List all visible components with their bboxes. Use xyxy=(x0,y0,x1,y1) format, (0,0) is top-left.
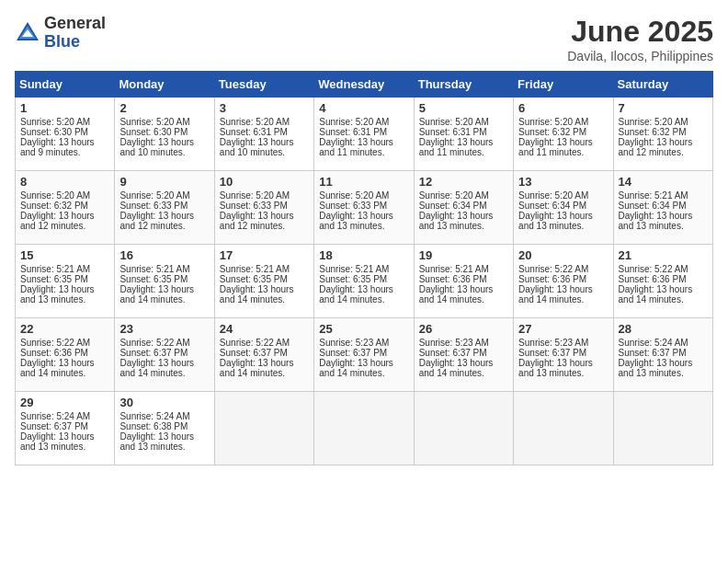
sunrise-label: Sunrise: 5:21 AM xyxy=(20,264,90,274)
day-number: 8 xyxy=(20,175,109,189)
daylight-label: Daylight: 13 hours and 14 minutes. xyxy=(619,284,693,304)
day-number: 4 xyxy=(319,101,408,115)
col-header-thursday: Thursday xyxy=(414,72,513,98)
day-cell-4: 4 Sunrise: 5:20 AM Sunset: 6:31 PM Dayli… xyxy=(314,98,414,171)
sunrise-label: Sunrise: 5:20 AM xyxy=(20,190,90,201)
empty-cell xyxy=(613,392,712,465)
empty-cell xyxy=(314,392,414,465)
sunset-label: Sunset: 6:37 PM xyxy=(20,421,88,431)
day-number: 9 xyxy=(119,175,209,189)
day-number: 7 xyxy=(619,101,708,115)
daylight-label: Daylight: 13 hours and 9 minutes. xyxy=(20,137,95,157)
col-header-tuesday: Tuesday xyxy=(214,72,313,98)
sunrise-label: Sunrise: 5:20 AM xyxy=(119,190,189,201)
daylight-label: Daylight: 13 hours and 10 minutes. xyxy=(119,137,194,157)
sunrise-label: Sunrise: 5:20 AM xyxy=(518,190,588,201)
col-header-monday: Monday xyxy=(115,72,214,98)
page-header: General Blue June 2025 Davila, Ilocos, P… xyxy=(15,15,713,63)
daylight-label: Daylight: 13 hours and 13 minutes. xyxy=(20,431,95,452)
day-number: 13 xyxy=(518,175,608,189)
sunrise-label: Sunrise: 5:20 AM xyxy=(220,117,290,127)
sunrise-label: Sunrise: 5:23 AM xyxy=(518,338,588,348)
day-cell-26: 26 Sunrise: 5:23 AM Sunset: 6:37 PM Dayl… xyxy=(414,318,513,392)
header-row: SundayMondayTuesdayWednesdayThursdayFrid… xyxy=(16,72,713,98)
sunset-label: Sunset: 6:32 PM xyxy=(518,127,586,137)
daylight-label: Daylight: 13 hours and 12 minutes. xyxy=(20,211,95,231)
sunset-label: Sunset: 6:37 PM xyxy=(319,348,387,358)
daylight-label: Daylight: 13 hours and 13 minutes. xyxy=(619,358,693,378)
sunrise-label: Sunrise: 5:23 AM xyxy=(319,338,389,348)
month-title: June 2025 xyxy=(567,15,713,49)
week-row-4: 22 Sunrise: 5:22 AM Sunset: 6:36 PM Dayl… xyxy=(16,318,713,392)
calendar-table: SundayMondayTuesdayWednesdayThursdayFrid… xyxy=(15,71,713,465)
sunset-label: Sunset: 6:30 PM xyxy=(119,127,188,137)
day-number: 27 xyxy=(518,322,608,336)
sunrise-label: Sunrise: 5:20 AM xyxy=(220,190,290,201)
day-cell-19: 19 Sunrise: 5:21 AM Sunset: 6:36 PM Dayl… xyxy=(414,245,513,318)
sunset-label: Sunset: 6:34 PM xyxy=(518,201,586,211)
empty-cell xyxy=(514,392,613,465)
sunset-label: Sunset: 6:37 PM xyxy=(119,348,188,358)
daylight-label: Daylight: 13 hours and 11 minutes. xyxy=(319,137,393,157)
empty-cell xyxy=(414,392,513,465)
col-header-wednesday: Wednesday xyxy=(314,72,414,98)
sunrise-label: Sunrise: 5:21 AM xyxy=(319,264,389,274)
day-number: 25 xyxy=(319,322,408,336)
day-cell-18: 18 Sunrise: 5:21 AM Sunset: 6:35 PM Dayl… xyxy=(314,245,414,318)
sunset-label: Sunset: 6:37 PM xyxy=(419,348,487,358)
sunset-label: Sunset: 6:33 PM xyxy=(119,201,188,211)
sunrise-label: Sunrise: 5:22 AM xyxy=(119,338,189,348)
day-number: 6 xyxy=(518,101,608,115)
sunset-label: Sunset: 6:36 PM xyxy=(20,348,88,358)
sunset-label: Sunset: 6:36 PM xyxy=(619,274,687,284)
day-cell-6: 6 Sunrise: 5:20 AM Sunset: 6:32 PM Dayli… xyxy=(514,98,613,171)
day-cell-11: 11 Sunrise: 5:20 AM Sunset: 6:33 PM Dayl… xyxy=(314,171,414,245)
day-cell-3: 3 Sunrise: 5:20 AM Sunset: 6:31 PM Dayli… xyxy=(214,98,313,171)
day-cell-14: 14 Sunrise: 5:21 AM Sunset: 6:34 PM Dayl… xyxy=(613,171,712,245)
day-number: 15 xyxy=(20,248,109,262)
day-cell-13: 13 Sunrise: 5:20 AM Sunset: 6:34 PM Dayl… xyxy=(514,171,613,245)
sunrise-label: Sunrise: 5:21 AM xyxy=(619,190,688,201)
sunrise-label: Sunrise: 5:21 AM xyxy=(220,264,290,274)
day-cell-16: 16 Sunrise: 5:21 AM Sunset: 6:35 PM Dayl… xyxy=(115,245,214,318)
day-cell-5: 5 Sunrise: 5:20 AM Sunset: 6:31 PM Dayli… xyxy=(414,98,513,171)
day-number: 24 xyxy=(220,322,309,336)
day-number: 2 xyxy=(119,101,209,115)
daylight-label: Daylight: 13 hours and 13 minutes. xyxy=(20,284,95,304)
sunset-label: Sunset: 6:36 PM xyxy=(518,274,586,284)
day-cell-21: 21 Sunrise: 5:22 AM Sunset: 6:36 PM Dayl… xyxy=(613,245,712,318)
sunrise-label: Sunrise: 5:21 AM xyxy=(119,264,189,274)
sunset-label: Sunset: 6:37 PM xyxy=(619,348,687,358)
daylight-label: Daylight: 13 hours and 13 minutes. xyxy=(119,431,194,452)
sunrise-label: Sunrise: 5:24 AM xyxy=(119,411,189,421)
day-cell-1: 1 Sunrise: 5:20 AM Sunset: 6:30 PM Dayli… xyxy=(16,98,115,171)
sunset-label: Sunset: 6:32 PM xyxy=(619,127,687,137)
day-cell-20: 20 Sunrise: 5:22 AM Sunset: 6:36 PM Dayl… xyxy=(514,245,613,318)
week-row-2: 8 Sunrise: 5:20 AM Sunset: 6:32 PM Dayli… xyxy=(16,171,713,245)
day-number: 18 xyxy=(319,248,408,262)
daylight-label: Daylight: 13 hours and 11 minutes. xyxy=(419,137,494,157)
day-cell-17: 17 Sunrise: 5:21 AM Sunset: 6:35 PM Dayl… xyxy=(214,245,313,318)
sunset-label: Sunset: 6:35 PM xyxy=(119,274,188,284)
sunrise-label: Sunrise: 5:22 AM xyxy=(220,338,290,348)
day-number: 5 xyxy=(419,101,508,115)
sunrise-label: Sunrise: 5:24 AM xyxy=(619,338,688,348)
day-cell-8: 8 Sunrise: 5:20 AM Sunset: 6:32 PM Dayli… xyxy=(16,171,115,245)
day-number: 20 xyxy=(518,248,608,262)
sunrise-label: Sunrise: 5:20 AM xyxy=(518,117,588,127)
col-header-friday: Friday xyxy=(514,72,613,98)
daylight-label: Daylight: 13 hours and 12 minutes. xyxy=(220,211,294,231)
week-row-3: 15 Sunrise: 5:21 AM Sunset: 6:35 PM Dayl… xyxy=(16,245,713,318)
day-number: 23 xyxy=(119,322,209,336)
sunrise-label: Sunrise: 5:20 AM xyxy=(419,190,489,201)
sunrise-label: Sunrise: 5:23 AM xyxy=(419,338,489,348)
day-cell-9: 9 Sunrise: 5:20 AM Sunset: 6:33 PM Dayli… xyxy=(115,171,214,245)
day-cell-15: 15 Sunrise: 5:21 AM Sunset: 6:35 PM Dayl… xyxy=(16,245,115,318)
day-number: 28 xyxy=(619,322,708,336)
logo-text: General Blue xyxy=(44,15,106,52)
day-cell-7: 7 Sunrise: 5:20 AM Sunset: 6:32 PM Dayli… xyxy=(613,98,712,171)
sunrise-label: Sunrise: 5:24 AM xyxy=(20,411,90,421)
empty-cell xyxy=(214,392,313,465)
sunrise-label: Sunrise: 5:20 AM xyxy=(319,190,389,201)
day-number: 19 xyxy=(419,248,508,262)
